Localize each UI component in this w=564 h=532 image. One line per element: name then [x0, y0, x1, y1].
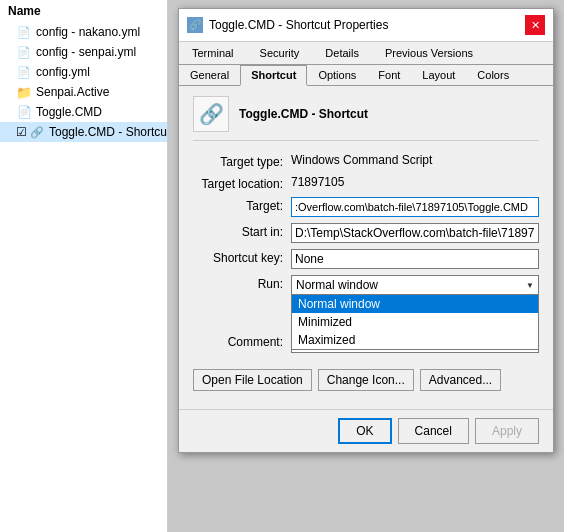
run-dropdown-container: Normal window ▼ Normal window Minimized … — [291, 275, 539, 295]
sidebar-item-label: config - nakano.yml — [36, 25, 140, 39]
run-option-normal[interactable]: Normal window — [292, 295, 538, 313]
tab-layout[interactable]: Layout — [411, 65, 466, 85]
shortcut-key-input[interactable] — [291, 249, 539, 269]
dialog-content: 🔗 Toggle.CMD - Shortcut Target type: Win… — [179, 86, 553, 409]
folder-icon: 📁 — [16, 84, 32, 100]
sidebar-item-label: Toggle.CMD - Shortcut — [49, 125, 167, 139]
target-label: Target: — [193, 197, 283, 213]
advanced-button[interactable]: Advanced... — [420, 369, 501, 391]
properties-dialog: 🔗 Toggle.CMD - Shortcut Properties ✕ Ter… — [178, 8, 554, 453]
tab-options[interactable]: Options — [307, 65, 367, 85]
tab-terminal[interactable]: Terminal — [179, 42, 247, 64]
shortcut-header: 🔗 Toggle.CMD - Shortcut — [193, 96, 539, 141]
ok-button[interactable]: OK — [338, 418, 391, 444]
target-type-value: Windows Command Script — [291, 153, 539, 167]
sidebar-item-config-senpai[interactable]: 📄 config - senpai.yml — [0, 42, 167, 62]
start-in-row: Start in: — [193, 223, 539, 243]
start-in-input[interactable] — [291, 223, 539, 243]
tab-previous-versions[interactable]: Previous Versions — [372, 42, 486, 64]
sidebar-item-senpai-active[interactable]: 📁 Senpai.Active — [0, 82, 167, 102]
target-type-row: Target type: Windows Command Script — [193, 153, 539, 169]
target-input[interactable] — [291, 197, 539, 217]
run-dropdown-list: Normal window Minimized Maximized — [291, 294, 539, 350]
tabs-row2: General Shortcut Options Font Layout Col… — [179, 65, 553, 86]
target-location-label: Target location: — [193, 175, 283, 191]
run-label: Run: — [193, 275, 283, 291]
dialog-titlebar: 🔗 Toggle.CMD - Shortcut Properties ✕ — [179, 9, 553, 42]
sidebar-item-label: config.yml — [36, 65, 90, 79]
run-option-minimized[interactable]: Minimized — [292, 313, 538, 331]
run-option-maximized[interactable]: Maximized — [292, 331, 538, 349]
dialog-footer: OK Cancel Apply — [179, 409, 553, 452]
sidebar-item-config[interactable]: 📄 config.yml — [0, 62, 167, 82]
start-in-label: Start in: — [193, 223, 283, 239]
sidebar-item-toggle-cmd-shortcut[interactable]: ☑ 🔗 Toggle.CMD - Shortcut — [0, 122, 167, 142]
tab-shortcut[interactable]: Shortcut — [240, 65, 307, 86]
shortcut-key-label: Shortcut key: — [193, 249, 283, 265]
apply-button[interactable]: Apply — [475, 418, 539, 444]
target-location-value: 71897105 — [291, 175, 539, 189]
dialog-title-left: 🔗 Toggle.CMD - Shortcut Properties — [187, 17, 388, 33]
checkbox: ☑ — [16, 125, 27, 139]
dialog-title-icon: 🔗 — [187, 17, 203, 33]
yaml-icon: 📄 — [16, 24, 32, 40]
sidebar-item-label: Toggle.CMD — [36, 105, 102, 119]
sidebar-item-toggle-cmd[interactable]: 📄 Toggle.CMD — [0, 102, 167, 122]
dialog-title-text: Toggle.CMD - Shortcut Properties — [209, 18, 388, 32]
sidebar-item-label: Senpai.Active — [36, 85, 109, 99]
shortcut-key-row: Shortcut key: — [193, 249, 539, 269]
dialog-overlay: 🔗 Toggle.CMD - Shortcut Properties ✕ Ter… — [168, 0, 564, 532]
tabs-row1: Terminal Security Details Previous Versi… — [179, 42, 553, 65]
open-file-location-button[interactable]: Open File Location — [193, 369, 312, 391]
shortcut-big-icon: 🔗 — [193, 96, 229, 132]
target-type-label: Target type: — [193, 153, 283, 169]
sidebar-item-config-nakano[interactable]: 📄 config - nakano.yml — [0, 22, 167, 42]
run-dropdown-button[interactable]: Normal window ▼ — [291, 275, 539, 295]
yaml-icon: 📄 — [16, 64, 32, 80]
file-icon: 📄 — [16, 104, 32, 120]
chevron-down-icon: ▼ — [526, 281, 534, 290]
tab-details[interactable]: Details — [312, 42, 372, 64]
tab-colors[interactable]: Colors — [466, 65, 520, 85]
yaml-icon: 📄 — [16, 44, 32, 60]
cancel-button[interactable]: Cancel — [398, 418, 469, 444]
target-row: Target: — [193, 197, 539, 217]
sidebar-item-label: config - senpai.yml — [36, 45, 136, 59]
shortcut-name: Toggle.CMD - Shortcut — [239, 107, 368, 121]
change-icon-button[interactable]: Change Icon... — [318, 369, 414, 391]
run-selected-value: Normal window — [296, 278, 378, 292]
tab-font[interactable]: Font — [367, 65, 411, 85]
tab-general[interactable]: General — [179, 65, 240, 85]
sidebar-header: Name — [0, 0, 167, 22]
file-explorer-sidebar: Name 📄 config - nakano.yml 📄 config - se… — [0, 0, 168, 532]
close-button[interactable]: ✕ — [525, 15, 545, 35]
target-location-row: Target location: 71897105 — [193, 175, 539, 191]
comment-label: Comment: — [193, 333, 283, 349]
action-buttons: Open File Location Change Icon... Advanc… — [193, 369, 539, 391]
run-row: Run: Normal window ▼ Normal window Minim… — [193, 275, 539, 295]
tab-security[interactable]: Security — [247, 42, 313, 64]
shortcut-icon: 🔗 — [29, 124, 45, 140]
